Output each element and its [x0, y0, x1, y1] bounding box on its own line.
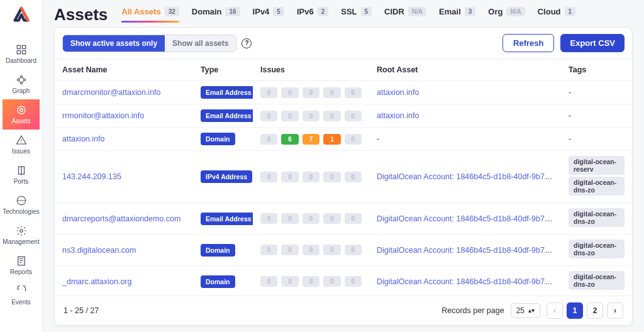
issue-count-pill[interactable]: 0	[260, 245, 277, 255]
issue-count-pill[interactable]: 0	[281, 87, 298, 98]
issue-count-pill[interactable]: 0	[303, 245, 319, 255]
svg-rect-2	[17, 51, 20, 54]
graph-icon	[16, 74, 27, 86]
asset-name-link[interactable]: _dmarc.attaxion.org	[62, 277, 131, 286]
tag-chip[interactable]: digital-ocean-dns-zo	[569, 208, 625, 227]
issue-count-pill[interactable]: 0	[303, 111, 319, 121]
issue-count-pill[interactable]: 7	[303, 134, 319, 145]
issue-count-pill[interactable]: 0	[323, 245, 340, 255]
issue-count-pill[interactable]: 0	[281, 111, 298, 121]
issue-count-pill[interactable]: 0	[345, 245, 362, 255]
sidebar-item-events[interactable]: Events	[3, 280, 39, 311]
records-per-page-select[interactable]: 25 ▴▾	[511, 303, 540, 318]
issue-count-pill[interactable]: 0	[303, 213, 319, 224]
issue-count-pill[interactable]: 0	[345, 213, 362, 224]
app-logo	[12, 6, 31, 25]
tab-badge: 3	[465, 7, 476, 16]
tab-ipv4[interactable]: IPv4 5	[253, 7, 284, 23]
issue-count-pill[interactable]: 0	[260, 134, 277, 145]
prev-page-button[interactable]: ‹	[547, 302, 563, 319]
issue-count-pill[interactable]: 0	[281, 276, 298, 287]
show-all-assets-button[interactable]: Show all assets	[165, 35, 236, 52]
issue-count-pill[interactable]: 0	[281, 213, 298, 224]
issue-count-pill[interactable]: 1	[323, 134, 340, 145]
issue-count-pill[interactable]: 0	[260, 111, 277, 121]
table-row: 143.244.209.135IPv4 Address00000DigitalO…	[55, 151, 632, 203]
type-badge: IPv4 Address	[201, 170, 252, 183]
root-asset-link[interactable]: attaxion.info	[377, 111, 419, 120]
tag-chip[interactable]: digital-ocean-reserv	[569, 156, 625, 175]
tab-ipv6[interactable]: IPv6 2	[297, 7, 328, 23]
asset-name-link[interactable]: ns3.digitalocean.com	[62, 246, 136, 255]
refresh-button[interactable]: Refresh	[502, 34, 554, 52]
sidebar-item-management[interactable]: Management	[3, 220, 39, 250]
tab-cloud[interactable]: Cloud 1	[538, 7, 575, 23]
root-asset-link[interactable]: DigitalOcean Account: 1846b4c5-d1b8-40df…	[377, 277, 561, 286]
issue-count-pill[interactable]: 0	[345, 134, 362, 145]
page-button-1[interactable]: 1	[567, 302, 583, 319]
issue-count-pill[interactable]: 0	[303, 276, 319, 287]
issue-count-pill[interactable]: 0	[303, 172, 319, 182]
tag-chip[interactable]: digital-ocean-dns-zo	[569, 177, 625, 196]
tab-all-assets[interactable]: All Assets 32	[121, 7, 179, 23]
svg-rect-3	[22, 51, 25, 54]
table-footer: 1 - 25 / 27 Records per page 25 ▴▾ ‹ 12 …	[55, 296, 632, 325]
help-icon[interactable]: ?	[242, 38, 252, 48]
sidebar-item-ports[interactable]: Ports	[3, 160, 39, 190]
issue-count-pill[interactable]: 0	[260, 87, 277, 98]
tag-chip[interactable]: digital-ocean-dns-zo	[569, 271, 625, 290]
tag-chip[interactable]: digital-ocean-dns-zo	[569, 240, 625, 258]
page-button-2[interactable]: 2	[587, 302, 603, 319]
asset-name-link[interactable]: 143.244.209.135	[62, 172, 121, 181]
sidebar-item-dashboard[interactable]: Dashboard	[3, 39, 39, 69]
tab-email[interactable]: Email 3	[439, 7, 475, 23]
issue-count-pill[interactable]: 0	[345, 87, 362, 98]
show-active-assets-button[interactable]: Show active assets only	[63, 35, 165, 52]
issue-count-pill[interactable]: 0	[281, 245, 298, 255]
issue-count-pill[interactable]: 0	[260, 276, 277, 287]
type-badge: Email Address	[201, 109, 253, 122]
root-asset-link[interactable]: attaxion.info	[377, 88, 419, 97]
svg-point-5	[20, 75, 22, 77]
col-root-asset[interactable]: Root Asset	[369, 59, 561, 81]
root-asset-link[interactable]: DigitalOcean Account: 1846b4c5-d1b8-40df…	[377, 172, 561, 181]
next-page-button[interactable]: ›	[607, 302, 623, 319]
col-issues[interactable]: Issues	[253, 59, 369, 81]
sidebar-item-issues[interactable]: Issues	[3, 130, 39, 160]
root-asset-link[interactable]: DigitalOcean Account: 1846b4c5-d1b8-40df…	[377, 246, 561, 255]
sidebar-item-technologies[interactable]: Technologies	[3, 190, 39, 220]
tab-ssl[interactable]: SSL 5	[341, 7, 372, 23]
svg-rect-0	[17, 45, 20, 48]
issue-count-pill[interactable]: 0	[323, 87, 340, 98]
asset-name-link[interactable]: attaxion.info	[62, 135, 104, 143]
issue-count-pill[interactable]: 0	[345, 172, 362, 182]
tab-label: IPv4	[253, 7, 270, 16]
issue-count-pill[interactable]: 0	[323, 213, 340, 224]
issue-count-pill[interactable]: 0	[323, 172, 340, 182]
asset-name-link[interactable]: dmarcmonitor@attaxion.info	[62, 88, 161, 97]
issue-count-pill[interactable]: 0	[281, 172, 298, 182]
asset-name-link[interactable]: rrmonitor@attaxion.info	[62, 111, 144, 120]
export-csv-button[interactable]: Export CSV	[560, 34, 625, 52]
issue-count-pill[interactable]: 0	[260, 213, 277, 224]
sidebar-item-reports[interactable]: Reports	[3, 250, 39, 280]
issue-count-pill[interactable]: 0	[260, 172, 277, 182]
tab-cidr[interactable]: CIDR N/A	[384, 7, 426, 23]
tab-domain[interactable]: Domain 16	[192, 7, 240, 23]
tab-org[interactable]: Org N/A	[488, 7, 525, 23]
issue-count-pill[interactable]: 0	[345, 111, 362, 121]
col-tags[interactable]: Tags	[561, 59, 632, 81]
root-asset-link[interactable]: DigitalOcean Account: 1846b4c5-d1b8-40df…	[377, 214, 561, 223]
asset-name-link[interactable]: dmarcreports@attaxiondemo.com	[62, 214, 180, 223]
issue-count-pill[interactable]: 6	[281, 134, 298, 145]
sidebar-item-assets[interactable]: Assets	[3, 99, 39, 130]
issue-count-pill[interactable]: 0	[323, 276, 340, 287]
issue-count-pill[interactable]: 0	[323, 111, 340, 121]
issue-count-pill[interactable]: 0	[345, 276, 362, 287]
issue-count-pill[interactable]: 0	[303, 87, 319, 98]
col-asset-name[interactable]: Asset Name	[55, 59, 193, 81]
col-type[interactable]: Type	[193, 59, 253, 81]
sidebar-item-graph[interactable]: Graph	[3, 69, 39, 99]
sidebar-item-label: Management	[3, 238, 39, 245]
svg-point-7	[20, 82, 22, 84]
